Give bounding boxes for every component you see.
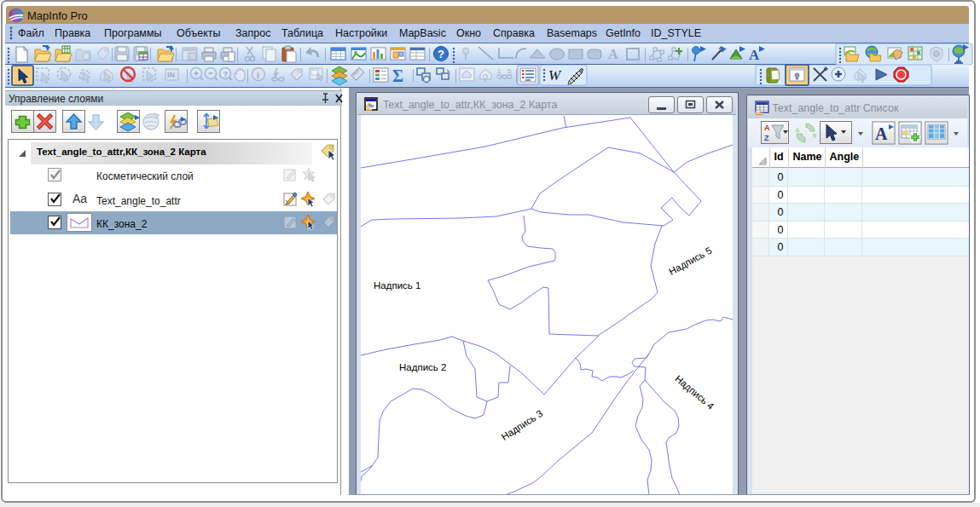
svg-text:Z: Z: [764, 134, 769, 142]
svg-text:W: W: [548, 67, 562, 84]
svg-text:IN: IN: [167, 71, 175, 79]
svg-text:A: A: [749, 47, 760, 63]
svg-text:?: ?: [438, 48, 444, 60]
svg-text:Σ: Σ: [392, 66, 403, 85]
svg-text:5: 5: [507, 67, 512, 75]
svg-text:A: A: [875, 124, 888, 143]
svg-text:1: 1: [497, 67, 502, 75]
svg-text:?: ?: [223, 70, 229, 78]
svg-text:i: i: [257, 70, 259, 80]
svg-text:A: A: [608, 47, 618, 61]
svg-text:A: A: [764, 124, 770, 132]
